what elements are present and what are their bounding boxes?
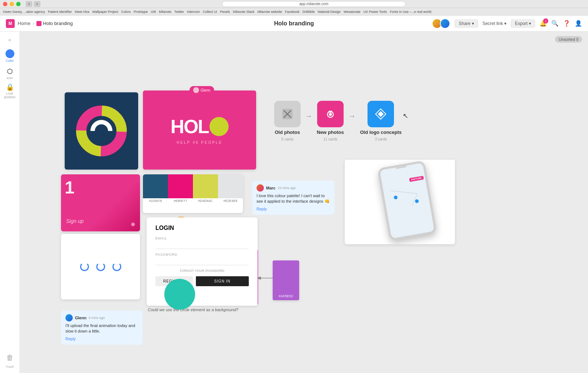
bookmark-3[interactable]: Meet Alva <box>75 10 89 14</box>
login-forgot-link[interactable]: FORGOT YOUR PASSWORD <box>155 269 249 273</box>
swatch-label-3: #D4D64C <box>193 198 218 203</box>
glenn-tag: Glenn <box>190 86 214 94</box>
breadcrumb-home[interactable]: Home <box>18 21 31 26</box>
sidebar-item-lock[interactable]: 🔒 Lockposition <box>2 83 18 99</box>
bookmark-13[interactable]: Milanote Slack <box>233 10 255 14</box>
magenta-swatch-label: #AF5ED2 <box>279 294 293 298</box>
signup-number: 1 <box>65 177 75 198</box>
old-logo-icon <box>368 101 394 127</box>
bookmark-15[interactable]: Facebook <box>285 10 300 14</box>
glenn-name: Glenn <box>201 88 211 92</box>
card-login[interactable]: LOGIN EMAIL PASSWORD FORGOT YOUR PASSWOR… <box>147 217 258 306</box>
card-holo-dark[interactable] <box>65 92 138 170</box>
login-password-input[interactable] <box>155 256 249 265</box>
comment-text-marc: I love this colour palette! I can't wait… <box>257 193 330 205</box>
bookmark-1[interactable]: Owen Davey, ...ation agency <box>3 10 45 14</box>
old-photos-label: Old photos <box>275 129 300 135</box>
mac-maximize-btn[interactable] <box>16 2 21 6</box>
swatch-label-1: #225678 <box>143 198 168 203</box>
flow-arrow-1: → <box>305 112 312 120</box>
brand-color-dot <box>36 21 42 26</box>
new-photos-label: New photos <box>317 129 344 135</box>
loading-dot-2 <box>96 262 105 271</box>
login-email-input[interactable] <box>155 240 249 249</box>
bookmark-20[interactable]: Fonts In Use –...e real world. <box>390 10 432 14</box>
sidebar-bottom: 🗑 Trash <box>3 351 17 369</box>
share-button[interactable]: Share ▾ <box>455 19 478 28</box>
old-photos-icon <box>274 101 301 127</box>
loading-dots <box>61 234 140 299</box>
swatch-4 <box>218 174 243 198</box>
card-color-palette[interactable]: #225678 #E80F77 #D4D64C #E2E4E6 <box>143 174 243 213</box>
comment-card-top: Marc 23 mins ago I love this colour pale… <box>252 181 334 215</box>
bookmark-12[interactable]: Pexels <box>220 10 230 14</box>
bookmark-19[interactable]: UX Power Tools <box>363 10 387 14</box>
signup-dot <box>131 223 135 226</box>
sidebar-toggle[interactable]: « <box>5 36 15 43</box>
lock-icon: 🔒 <box>6 83 14 91</box>
comment-text-glenn: I'll upload the final animation today an… <box>65 323 138 334</box>
bookmark-6[interactable]: Prototype <box>134 10 148 14</box>
bookmark-5[interactable]: Colors <box>121 10 131 14</box>
sidebar-item-color[interactable]: Color <box>2 48 18 64</box>
icon-icon: ⬡ <box>7 67 13 75</box>
url-text: app.milanote.com <box>300 2 329 6</box>
login-password-field: PASSWORD <box>155 253 249 265</box>
glenn-avatar <box>193 87 199 93</box>
user-profile-button[interactable]: 👤 <box>575 20 582 27</box>
mac-minimize-btn[interactable] <box>10 2 14 6</box>
holo-main-inner: HOL HELP 46 PEOPLE <box>143 90 256 170</box>
swatch-3 <box>193 174 218 198</box>
bookmark-9[interactable]: Twitter <box>174 10 184 14</box>
secret-link-button[interactable]: Secret link ▾ <box>483 21 506 26</box>
bookmark-2[interactable]: Patient Identifier <box>48 10 72 14</box>
sidebar-item-icon[interactable]: ⬡ Icon <box>2 65 18 82</box>
swatch-row <box>143 174 243 198</box>
comment-reply-marc[interactable]: Reply <box>257 207 330 211</box>
phone-container: RAPTURE <box>345 160 455 244</box>
bookmark-8[interactable]: Milanote <box>159 10 171 14</box>
bookmark-16[interactable]: Dribbble <box>302 10 315 14</box>
sidebar-icon-label: Icon <box>7 76 13 80</box>
flow-node-old-photos[interactable]: Old photos 5 cards <box>274 101 301 141</box>
loading-dot-3 <box>112 262 121 271</box>
address-bar[interactable]: app.milanote.com <box>222 1 406 7</box>
login-email-label: EMAIL <box>155 237 249 240</box>
flow-node-old-logo[interactable]: Old logo concepts 3 cards <box>360 101 402 141</box>
bookmark-18[interactable]: Wesaturate <box>344 10 361 14</box>
back-btn[interactable]: ‹ <box>26 1 32 7</box>
unsorted-badge[interactable]: Unsorted 0 <box>555 36 582 43</box>
notifications-button[interactable]: 🔔 1 <box>539 20 547 27</box>
trash-button[interactable]: 🗑 <box>3 351 17 365</box>
canvas-area[interactable]: Unsorted 0 Glenn <box>20 32 588 373</box>
holo-word: HOL <box>171 116 209 138</box>
card-phone[interactable]: RAPTURE <box>345 160 455 244</box>
notification-badge: 1 <box>543 18 548 24</box>
comment-reply-glenn[interactable]: Reply <box>65 337 138 341</box>
milanote-logo[interactable]: M <box>6 19 15 28</box>
mac-close-btn[interactable] <box>3 2 7 6</box>
login-title: LOGIN <box>155 225 249 231</box>
card-signup[interactable]: 1 Sign up <box>61 174 140 231</box>
comment-header-bottom: Glenn 8 mins ago <box>65 314 138 322</box>
card-loading[interactable]: This conveys the right message. <box>61 234 140 299</box>
bookmark-10[interactable]: Intercom <box>187 10 200 14</box>
login-caption: Could we use the circle element as a bac… <box>148 308 238 312</box>
sidebar-lock-label: Lockposition <box>4 92 15 99</box>
forward-btn[interactable]: › <box>34 1 40 7</box>
bookmark-4[interactable]: Wallpaper Project <box>92 10 118 14</box>
help-button[interactable]: ❓ <box>563 20 570 27</box>
map-svg <box>380 163 434 239</box>
card-holo-main[interactable]: HOL HELP 46 PEOPLE <box>143 90 256 170</box>
signin-button[interactable]: SIGN IN <box>196 276 249 286</box>
comment-avatar-marc <box>257 184 264 192</box>
export-button[interactable]: Export ▾ <box>511 19 535 28</box>
search-button[interactable]: 🔍 <box>551 20 559 27</box>
flow-node-new-photos[interactable]: New photos 11 cards <box>317 101 344 141</box>
bookmark-11[interactable]: Collect UI <box>203 10 217 14</box>
bookmark-14[interactable]: Milanote website <box>257 10 282 14</box>
loading-dot-1 <box>80 262 89 271</box>
magenta-swatch[interactable]: #AF5ED2 <box>273 260 299 300</box>
bookmark-17[interactable]: Material Design <box>318 10 341 14</box>
bookmark-7[interactable]: UI8 <box>151 10 156 14</box>
